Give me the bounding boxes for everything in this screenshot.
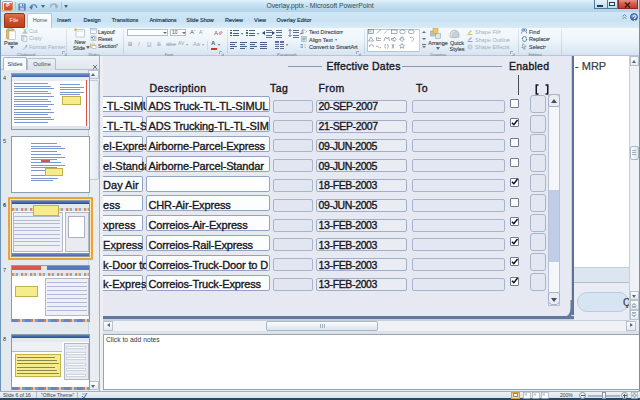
svg-text:A: A	[214, 29, 218, 35]
